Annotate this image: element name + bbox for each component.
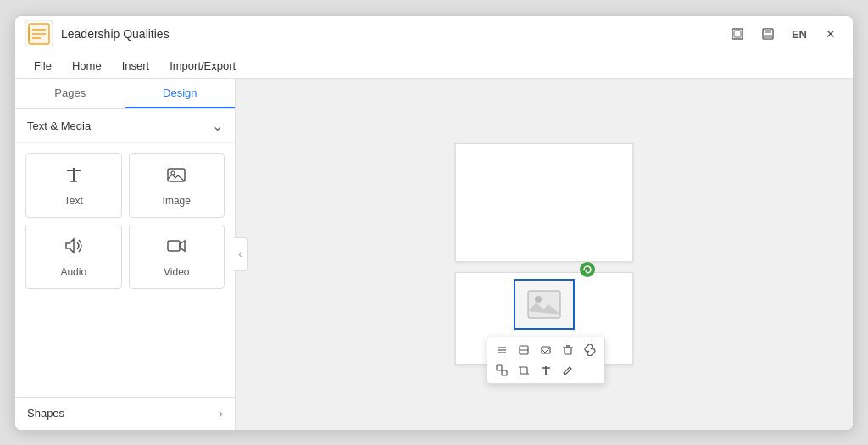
delete-button[interactable] [559, 341, 577, 359]
svg-rect-29 [520, 367, 527, 374]
svg-rect-15 [168, 241, 180, 251]
title-bar-actions: EN ✕ [726, 22, 843, 46]
text-media-section-header[interactable]: Text & Media ⌄ [15, 109, 235, 143]
text-media-label: Text & Media [27, 120, 91, 132]
title-bar: Leadership Qualities EN ✕ [15, 16, 853, 53]
svg-rect-7 [734, 31, 741, 37]
app-window: Leadership Qualities EN ✕ Fil [14, 15, 854, 431]
align-button[interactable] [492, 341, 511, 359]
text-tool-button[interactable] [537, 361, 555, 380]
svg-rect-24 [565, 348, 571, 354]
menu-home[interactable]: Home [64, 58, 110, 74]
save-button[interactable] [756, 22, 780, 46]
text-item-label: Text [64, 195, 83, 207]
menu-bar: File Home Insert Import/Export [15, 53, 853, 79]
collapse-icon: ‹ [239, 248, 242, 260]
canvas-page-top[interactable] [455, 143, 633, 262]
svg-rect-28 [502, 370, 507, 375]
video-icon [166, 236, 186, 261]
link-button[interactable] [581, 341, 599, 359]
svg-point-14 [171, 171, 175, 175]
rotate-handle[interactable] [580, 262, 595, 277]
toolbar-popup [487, 337, 605, 384]
toolbar-row-1 [492, 341, 599, 359]
image-item-label: Image [163, 195, 191, 207]
svg-rect-10 [764, 35, 772, 39]
window-restore-button[interactable] [726, 22, 749, 46]
main-layout: Pages Design Text & Media ⌄ [15, 79, 853, 430]
canvas-pages [455, 143, 633, 365]
canvas-area[interactable] [236, 79, 853, 430]
app-logo [25, 20, 53, 47]
audio-icon [64, 236, 84, 261]
language-selector[interactable]: EN [787, 26, 812, 42]
resize-button[interactable] [515, 341, 533, 359]
menu-insert[interactable]: Insert [114, 58, 159, 74]
close-button[interactable]: ✕ [819, 22, 843, 46]
tab-pages[interactable]: Pages [15, 79, 125, 108]
frame-button[interactable] [537, 341, 555, 359]
menu-import-export[interactable]: Import/Export [161, 58, 244, 74]
edit-button[interactable] [559, 361, 577, 380]
canvas-image-element[interactable] [514, 279, 575, 330]
tab-design[interactable]: Design [125, 79, 236, 108]
svg-rect-9 [765, 29, 771, 33]
text-item[interactable]: Text [25, 153, 122, 218]
video-item-label: Video [164, 266, 189, 278]
audio-item-label: Audio [60, 266, 86, 278]
text-icon [64, 164, 84, 190]
sidebar: Pages Design Text & Media ⌄ [15, 79, 236, 430]
crop-button[interactable] [515, 361, 533, 380]
sidebar-tabs: Pages Design [15, 79, 235, 109]
app-title: Leadership Qualities [61, 27, 726, 41]
video-item[interactable]: Video [129, 225, 225, 289]
image-icon [166, 164, 186, 190]
chevron-right-icon: › [219, 406, 223, 421]
expand-button[interactable] [492, 361, 511, 380]
svg-point-17 [535, 296, 542, 303]
toolbar-row-2 [492, 361, 599, 380]
image-item[interactable]: Image [129, 153, 225, 218]
collapse-sidebar-button[interactable]: ‹ [234, 237, 248, 271]
shapes-section[interactable]: Shapes › [15, 397, 235, 430]
menu-file[interactable]: File [25, 58, 60, 74]
media-items-grid: Text Image [15, 143, 235, 299]
svg-rect-27 [497, 365, 502, 370]
shapes-label: Shapes [27, 407, 64, 420]
chevron-down-icon: ⌄ [212, 118, 223, 134]
audio-item[interactable]: Audio [25, 225, 122, 289]
